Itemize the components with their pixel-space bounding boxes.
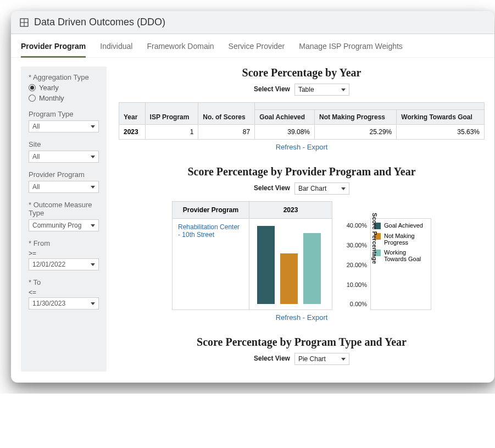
- bar-not-making-progress: [280, 253, 298, 304]
- select-value: Community Prog: [32, 222, 81, 229]
- provider-program-select[interactable]: All: [29, 181, 99, 193]
- bar-chart: [257, 224, 325, 304]
- tick: 30.00%: [347, 242, 367, 248]
- action-links: Refresh - Export: [119, 143, 485, 151]
- from-operator: >=: [29, 250, 99, 257]
- select-value: 12/01/2022: [32, 261, 65, 268]
- section-title: Score Percentage by Program Type and Yea…: [119, 336, 485, 349]
- cell-nmp: 25.29%: [315, 125, 397, 140]
- section-title: Score Percentage by Year: [119, 67, 485, 79]
- from-label: * From: [29, 239, 99, 247]
- program-type-select[interactable]: All: [29, 120, 99, 132]
- col-working-towards-goal: Working Towards Goal: [397, 110, 485, 125]
- tab-provider-program[interactable]: Provider Program: [21, 42, 86, 58]
- axis-title: Score Percentage: [371, 213, 378, 264]
- radio-icon: [29, 84, 36, 91]
- export-link[interactable]: Export: [307, 313, 328, 322]
- radio-yearly[interactable]: Yearly: [29, 84, 99, 92]
- provider-program-label: Provider Program: [29, 170, 99, 179]
- tick: 10.00%: [347, 281, 367, 288]
- cell-ga: 39.08%: [255, 125, 315, 140]
- section-score-by-year: Score Percentage by Year Select View Tab…: [119, 67, 485, 151]
- tabs: Provider Program Individual Framework Do…: [11, 34, 494, 58]
- separator: -: [303, 143, 307, 151]
- site-select[interactable]: All: [29, 151, 99, 163]
- chevron-down-icon: [341, 358, 346, 361]
- view-select[interactable]: Bar Chart: [294, 182, 349, 195]
- tab-individual[interactable]: Individual: [100, 42, 132, 57]
- bar-goal-achieved: [257, 226, 275, 304]
- view-select[interactable]: Table: [294, 84, 349, 96]
- export-link[interactable]: Export: [307, 143, 328, 151]
- bar-working-towards-goal: [303, 233, 321, 304]
- radio-label: Monthly: [39, 94, 64, 102]
- tab-manage-isp-weights[interactable]: Manage ISP Program Weights: [299, 42, 403, 57]
- app-icon: [20, 18, 29, 27]
- cell-scores: 87: [198, 125, 255, 140]
- select-value: Pie Chart: [298, 355, 326, 363]
- from-date-select[interactable]: 12/01/2022: [29, 258, 99, 270]
- select-value: All: [32, 123, 40, 130]
- radio-label: Yearly: [39, 84, 59, 92]
- filter-sidebar: * Aggregation Type Yearly Monthly Progra…: [21, 67, 107, 372]
- action-links: Refresh - Export: [119, 313, 485, 322]
- select-value: All: [32, 183, 40, 191]
- section-title: Score Percentage by Provider Program and…: [119, 165, 485, 178]
- legend-item: Goal Achieved: [374, 222, 427, 229]
- chevron-down-icon: [341, 89, 346, 91]
- legend-item: Working Towards Goal: [374, 249, 427, 262]
- main-content: Score Percentage by Year Select View Tab…: [119, 67, 485, 372]
- provider-link: Rehabilitation Center - 10th Street: [178, 223, 240, 239]
- col-year: Year: [119, 103, 146, 125]
- radio-monthly[interactable]: Monthly: [29, 94, 99, 102]
- cell-wtg: 35.63%: [397, 125, 485, 140]
- view-selector-row: Select View Pie Chart: [119, 352, 485, 365]
- col-provider: Provider Program: [173, 202, 249, 219]
- chevron-down-icon: [91, 156, 95, 158]
- tick: 20.00%: [347, 262, 367, 268]
- col-scores: No. of Scores: [198, 103, 255, 125]
- view-select[interactable]: Pie Chart: [294, 353, 349, 365]
- tab-service-provider[interactable]: Service Provider: [229, 42, 285, 57]
- view-label: Select View: [254, 85, 290, 93]
- tick: 40.00%: [347, 222, 367, 229]
- to-date-select[interactable]: 11/30/2023: [29, 297, 99, 309]
- section-score-by-program-type: Score Percentage by Program Type and Yea…: [119, 336, 485, 365]
- cell-year: 2023: [119, 125, 146, 140]
- refresh-link[interactable]: Refresh: [276, 143, 301, 151]
- chevron-down-icon: [91, 125, 95, 128]
- score-by-year-table: Year ISP Program No. of Scores Goal Achi…: [119, 102, 485, 140]
- cell-isp: 1: [145, 125, 198, 140]
- table-row: 2023 1 87 39.08% 25.29% 35.63%: [119, 125, 485, 140]
- select-value: All: [32, 153, 40, 161]
- tab-framework-domain[interactable]: Framework Domain: [147, 42, 214, 57]
- aggregation-type-label: * Aggregation Type: [29, 73, 99, 81]
- chevron-down-icon: [91, 224, 95, 227]
- tick: 0.00%: [350, 301, 367, 307]
- col-year: 2023: [249, 202, 332, 219]
- bar-chart-container: Provider Program 2023 Rehabilitation Cen…: [119, 201, 485, 310]
- y-axis: 40.00% 30.00% 20.00% 10.00% 0.00% Score …: [332, 219, 371, 310]
- col-goal-achieved: Goal Achieved: [255, 110, 315, 125]
- titlebar: Data Driven Outcomes (DDO): [11, 11, 494, 34]
- legend-label: Working Towards Goal: [384, 249, 427, 262]
- to-operator: <=: [29, 289, 99, 296]
- section-score-by-provider: Score Percentage by Provider Program and…: [119, 165, 485, 322]
- legend-label: Goal Achieved: [384, 222, 423, 229]
- chevron-down-icon: [91, 263, 95, 266]
- site-label: Site: [29, 140, 99, 148]
- select-value: Table: [298, 86, 314, 93]
- bar-chart-table: Provider Program 2023 Rehabilitation Cen…: [172, 201, 431, 310]
- page-title: Data Driven Outcomes (DDO): [34, 16, 165, 28]
- legend: Goal Achieved Not Making Progress Workin…: [371, 219, 431, 310]
- refresh-link[interactable]: Refresh: [276, 313, 301, 322]
- outcome-measure-select[interactable]: Community Prog: [29, 219, 99, 231]
- provider-name-cell[interactable]: Rehabilitation Center - 10th Street: [173, 219, 249, 310]
- to-label: * To: [29, 278, 99, 286]
- chevron-down-icon: [91, 186, 95, 189]
- col-group-blank: [255, 103, 485, 110]
- view-selector-row: Select View Bar Chart: [119, 181, 485, 195]
- chevron-down-icon: [341, 187, 346, 190]
- view-label: Select View: [254, 355, 290, 362]
- legend-label: Not Making Progress: [384, 233, 427, 246]
